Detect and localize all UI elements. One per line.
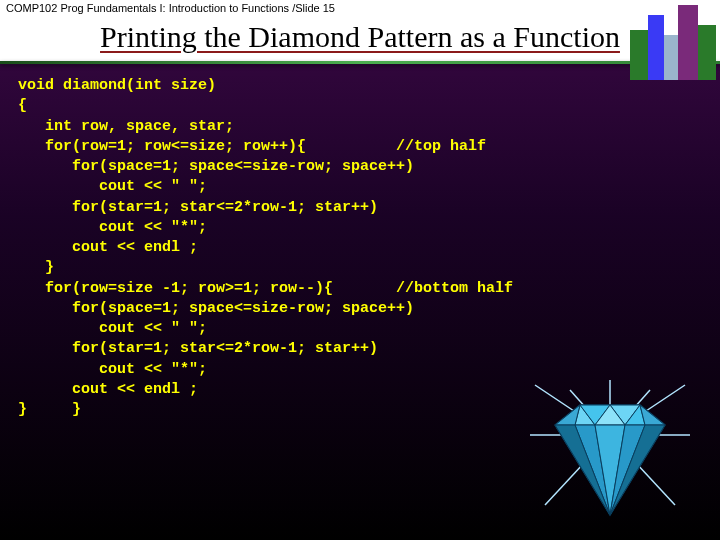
- svg-marker-16: [555, 405, 580, 425]
- code-comment: //top half: [306, 138, 486, 155]
- code-line: cout << endl ;: [18, 239, 198, 256]
- code-line: for(row=1; row<=size; row++){: [18, 138, 306, 155]
- code-line: }: [18, 259, 54, 276]
- code-line: for(star=1; star<=2*row-1; star++): [18, 199, 378, 216]
- code-line: for(space=1; space<=size-row; space++): [18, 300, 414, 317]
- code-line: } }: [18, 401, 81, 418]
- slide-header: COMP102 Prog Fundamentals I: Introductio…: [0, 0, 720, 16]
- code-comment: //bottom half: [333, 280, 513, 297]
- slide-title: Printing the Diamond Pattern as a Functi…: [0, 16, 720, 61]
- code-line: cout << "*";: [18, 361, 207, 378]
- svg-marker-17: [640, 405, 665, 425]
- code-line: cout << " ";: [18, 178, 207, 195]
- code-line: cout << endl ;: [18, 381, 198, 398]
- city-decoration-icon: [630, 0, 720, 80]
- code-line: void diamond(int size): [18, 77, 216, 94]
- code-line: for(space=1; space<=size-row; space++): [18, 158, 414, 175]
- code-line: for(row=size -1; row>=1; row--){: [18, 280, 333, 297]
- code-line: cout << " ";: [18, 320, 207, 337]
- code-line: int row, space, star;: [18, 118, 234, 135]
- diamond-icon: [525, 375, 695, 525]
- code-line: {: [18, 97, 27, 114]
- code-line: for(star=1; star<=2*row-1; star++): [18, 340, 378, 357]
- code-line: cout << "*";: [18, 219, 207, 236]
